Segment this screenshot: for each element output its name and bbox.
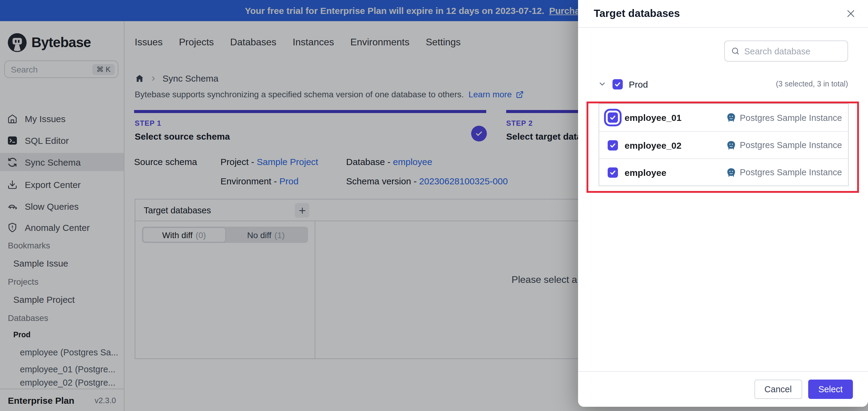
database-row-employee-02[interactable]: employee_02 Postgres Sample Instance [599, 131, 848, 158]
database-name: employee [625, 167, 666, 177]
postgres-icon [726, 112, 736, 123]
database-name: employee_01 [625, 112, 681, 123]
instance-info: Postgres Sample Instance [726, 140, 842, 150]
select-button[interactable]: Select [808, 380, 853, 399]
check-icon [614, 81, 621, 87]
database-row-employee-01[interactable]: employee_01 Postgres Sample Instance [599, 104, 848, 131]
database-row-employee[interactable]: employee Postgres Sample Instance [599, 158, 848, 185]
check-icon [610, 114, 616, 121]
postgres-icon [726, 140, 736, 150]
database-search[interactable] [724, 40, 848, 62]
group-name[interactable]: Prod [629, 79, 648, 89]
screen: Your free trial for Enterprise Plan will… [0, 0, 868, 411]
cancel-button[interactable]: Cancel [754, 380, 802, 399]
database-search-input[interactable] [744, 46, 841, 56]
check-icon [610, 169, 616, 176]
prod-group-checkbox[interactable] [613, 79, 623, 89]
database-checkbox[interactable] [608, 112, 618, 123]
database-list: employee_01 Postgres Sample Instance emp… [598, 104, 849, 186]
modal-header: Target databases [578, 0, 868, 28]
modal-footer: Cancel Select [578, 371, 868, 407]
chevron-down-icon[interactable] [598, 80, 607, 88]
search-icon [731, 47, 740, 56]
instance-name: Postgres Sample Instance [740, 168, 842, 177]
database-name: employee_02 [625, 140, 681, 150]
environment-group-row: Prod (3 selected, 3 in total) [598, 76, 848, 92]
selection-summary: (3 selected, 3 in total) [776, 80, 848, 88]
modal-title: Target databases [594, 7, 680, 20]
check-icon [610, 142, 616, 148]
postgres-icon [726, 167, 736, 177]
instance-info: Postgres Sample Instance [726, 167, 842, 177]
target-databases-modal: Target databases Prod (3 selected, 3 in … [578, 0, 868, 407]
instance-name: Postgres Sample Instance [740, 113, 842, 122]
database-checkbox[interactable] [608, 140, 618, 150]
database-checkbox[interactable] [608, 167, 618, 177]
close-icon[interactable] [846, 8, 856, 19]
instance-info: Postgres Sample Instance [726, 112, 842, 123]
instance-name: Postgres Sample Instance [740, 140, 842, 150]
